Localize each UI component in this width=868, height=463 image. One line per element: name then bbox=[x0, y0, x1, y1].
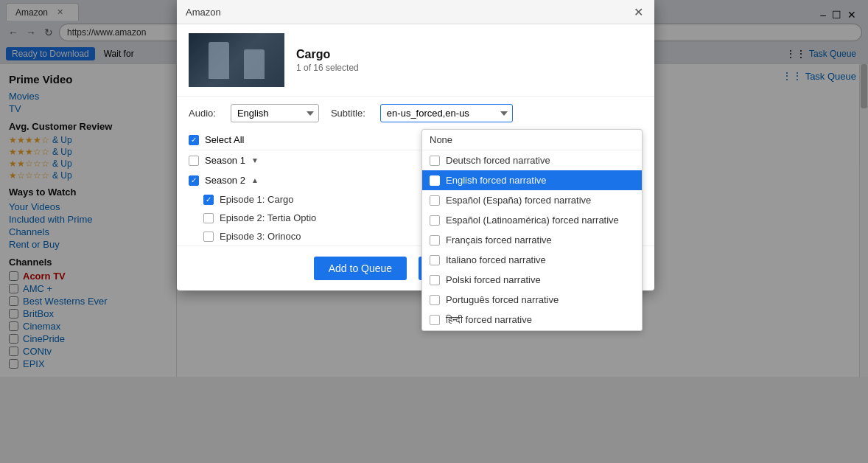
episode1-label: Episode 1: Cargo bbox=[220, 194, 293, 205]
dropdown-item-3[interactable]: Español (Latinoamérica) forced narrative bbox=[422, 210, 642, 230]
dropdown-checkbox-3 bbox=[430, 215, 440, 226]
thumbnail-inner bbox=[189, 33, 284, 87]
show-subtitle: 1 of 16 selected bbox=[296, 63, 643, 73]
modal-header: Cargo 1 of 16 selected bbox=[177, 24, 654, 97]
dropdown-label-2: Español (España) forced narrative bbox=[446, 195, 591, 206]
episode1-checkbox[interactable] bbox=[203, 195, 214, 205]
dropdown-checkbox-6 bbox=[430, 275, 440, 285]
dropdown-checkbox-5 bbox=[430, 255, 440, 265]
dropdown-none[interactable]: None bbox=[422, 130, 642, 150]
modal-dialog: Amazon ✕ Cargo 1 of 16 selected Audio: bbox=[177, 0, 654, 290]
dropdown-item-7[interactable]: Português forced narrative bbox=[422, 290, 642, 310]
dropdown-item-1[interactable]: English forced narrative bbox=[422, 170, 642, 190]
select-all-label: Select All bbox=[205, 134, 244, 145]
dropdown-checkbox-7 bbox=[430, 295, 440, 305]
thumb-fig-2 bbox=[244, 49, 265, 79]
show-info: Cargo 1 of 16 selected bbox=[296, 48, 643, 73]
season2-label: Season 2 bbox=[205, 175, 245, 186]
dropdown-label-3: Español (Latinoamérica) forced narrative bbox=[446, 215, 619, 226]
dropdown-item-8[interactable]: हिन्दी forced narrative bbox=[422, 310, 642, 330]
dropdown-item-4[interactable]: Français forced narrative bbox=[422, 230, 642, 250]
audio-select[interactable]: English bbox=[231, 104, 319, 122]
dropdown-label-4: Français forced narrative bbox=[446, 234, 552, 246]
season1-checkbox[interactable] bbox=[189, 156, 199, 166]
dropdown-label-5: Italiano forced narrative bbox=[446, 254, 546, 265]
modal-titlebar: Amazon ✕ bbox=[177, 0, 654, 24]
dropdown-label-7: Português forced narrative bbox=[446, 294, 559, 305]
dropdown-checkbox-2 bbox=[430, 195, 440, 206]
dropdown-label-1: English forced narrative bbox=[446, 175, 547, 186]
season2-checkbox[interactable] bbox=[189, 175, 199, 186]
show-thumbnail bbox=[189, 33, 284, 87]
episode2-checkbox[interactable] bbox=[203, 213, 214, 223]
dropdown-checkbox-4 bbox=[430, 235, 440, 246]
dropdown-label-0: Deutsch forced narrative bbox=[446, 155, 550, 166]
episode2-label: Episode 2: Tertia Optio bbox=[220, 212, 316, 223]
thumb-figures bbox=[209, 42, 265, 79]
season1-label: Season 1 bbox=[205, 155, 245, 166]
dropdown-item-5[interactable]: Italiano forced narrative bbox=[422, 250, 642, 270]
dropdown-checkbox-0 bbox=[430, 156, 440, 166]
dropdown-label-6: Polski forced narrative bbox=[446, 274, 541, 285]
dropdown-label-8: हिन्दी forced narrative bbox=[446, 314, 532, 326]
modal-title: Amazon bbox=[186, 7, 221, 18]
dropdown-item-6[interactable]: Polski forced narrative bbox=[422, 270, 642, 290]
subtitle-dropdown[interactable]: None Deutsch forced narrative English fo… bbox=[421, 129, 643, 331]
dropdown-item-2[interactable]: Español (España) forced narrative bbox=[422, 190, 642, 210]
episode3-label: Episode 3: Orinoco bbox=[220, 231, 301, 242]
controls-row: Audio: English Subtitle: en-us_forced,en… bbox=[177, 97, 654, 130]
show-title: Cargo bbox=[296, 48, 643, 61]
episode3-checkbox[interactable] bbox=[203, 232, 214, 242]
modal-overlay: Amazon ✕ Cargo 1 of 16 selected Audio: bbox=[0, 0, 868, 377]
season1-chevron-icon: ▼ bbox=[251, 156, 259, 164]
subtitle-label: Subtitle: bbox=[331, 108, 365, 119]
add-to-queue-button[interactable]: Add to Queue bbox=[314, 257, 407, 280]
modal-close-button[interactable]: ✕ bbox=[631, 4, 645, 19]
subtitle-select[interactable]: en-us_forced,en-us bbox=[380, 104, 513, 122]
dropdown-checkbox-1 bbox=[430, 175, 440, 186]
dropdown-item-0[interactable]: Deutsch forced narrative bbox=[422, 150, 642, 170]
thumb-fig-1 bbox=[209, 42, 229, 79]
audio-label: Audio: bbox=[189, 108, 216, 119]
dropdown-checkbox-8 bbox=[430, 315, 440, 325]
season2-chevron-icon: ▲ bbox=[251, 176, 259, 184]
select-all-checkbox[interactable] bbox=[189, 135, 199, 145]
